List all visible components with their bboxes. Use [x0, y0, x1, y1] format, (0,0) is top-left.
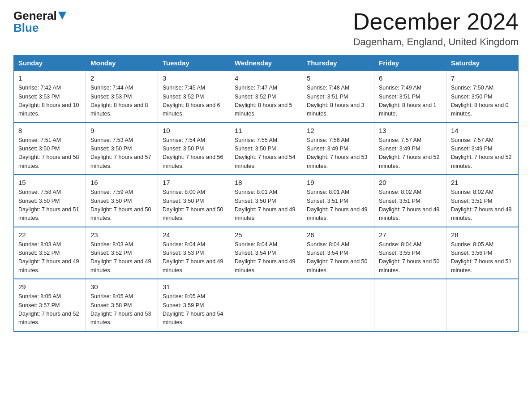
day-info: Sunrise: 8:02 AMSunset: 3:51 PMDaylight:…: [451, 189, 512, 221]
day-number: 5: [307, 74, 369, 82]
page-header: General Blue December 2024 Dagenham, Eng…: [13, 9, 519, 48]
day-info: Sunrise: 8:04 AMSunset: 3:54 PMDaylight:…: [307, 241, 368, 274]
day-info: Sunrise: 8:03 AMSunset: 3:52 PMDaylight:…: [18, 241, 79, 274]
day-info: Sunrise: 7:58 AMSunset: 3:50 PMDaylight:…: [18, 189, 79, 221]
calendar-cell: 16 Sunrise: 7:59 AMSunset: 3:50 PMDaylig…: [86, 175, 158, 227]
day-number: 25: [235, 231, 297, 239]
week-row-2: 8 Sunrise: 7:51 AMSunset: 3:50 PMDayligh…: [14, 123, 519, 175]
day-info: Sunrise: 8:04 AMSunset: 3:54 PMDaylight:…: [235, 241, 296, 274]
day-number: 31: [163, 283, 225, 291]
svg-marker-0: [58, 12, 66, 20]
day-info: Sunrise: 7:51 AMSunset: 3:50 PMDaylight:…: [18, 137, 79, 169]
calendar-cell: 10 Sunrise: 7:54 AMSunset: 3:50 PMDaylig…: [158, 123, 230, 175]
calendar-cell: 13 Sunrise: 7:57 AMSunset: 3:49 PMDaylig…: [374, 123, 446, 175]
week-row-4: 22 Sunrise: 8:03 AMSunset: 3:52 PMDaylig…: [14, 227, 519, 279]
calendar-cell: 3 Sunrise: 7:45 AMSunset: 3:52 PMDayligh…: [158, 71, 230, 123]
calendar-cell: 24 Sunrise: 8:04 AMSunset: 3:53 PMDaylig…: [158, 227, 230, 279]
header-monday: Monday: [86, 56, 158, 71]
location: Dagenham, England, United Kingdom: [353, 36, 519, 48]
day-number: 12: [307, 127, 369, 134]
day-number: 16: [90, 179, 153, 186]
title-block: December 2024 Dagenham, England, United …: [353, 9, 519, 48]
calendar-cell: [302, 279, 374, 331]
day-number: 15: [18, 179, 81, 186]
calendar-body: 1 Sunrise: 7:42 AMSunset: 3:53 PMDayligh…: [14, 71, 519, 331]
day-number: 17: [163, 179, 225, 186]
logo-blue: Blue: [13, 21, 39, 35]
day-info: Sunrise: 8:02 AMSunset: 3:51 PMDaylight:…: [379, 189, 440, 221]
day-number: 27: [379, 231, 442, 239]
day-number: 29: [18, 283, 81, 291]
calendar-cell: 25 Sunrise: 8:04 AMSunset: 3:54 PMDaylig…: [230, 227, 302, 279]
calendar-cell: 28 Sunrise: 8:05 AMSunset: 3:56 PMDaylig…: [446, 227, 519, 279]
day-info: Sunrise: 7:53 AMSunset: 3:50 PMDaylight:…: [90, 137, 151, 169]
calendar-cell: 30 Sunrise: 8:05 AMSunset: 3:58 PMDaylig…: [86, 279, 158, 331]
calendar-cell: 12 Sunrise: 7:56 AMSunset: 3:49 PMDaylig…: [302, 123, 374, 175]
calendar-cell: 18 Sunrise: 8:01 AMSunset: 3:50 PMDaylig…: [230, 175, 302, 227]
day-info: Sunrise: 8:04 AMSunset: 3:53 PMDaylight:…: [163, 241, 223, 274]
day-info: Sunrise: 7:57 AMSunset: 3:49 PMDaylight:…: [451, 137, 512, 169]
month-title: December 2024: [353, 9, 519, 34]
calendar-cell: 19 Sunrise: 8:01 AMSunset: 3:51 PMDaylig…: [302, 175, 374, 227]
day-number: 3: [163, 74, 225, 82]
day-info: Sunrise: 7:45 AMSunset: 3:52 PMDaylight:…: [163, 85, 220, 117]
calendar-cell: 20 Sunrise: 8:02 AMSunset: 3:51 PMDaylig…: [374, 175, 446, 227]
day-info: Sunrise: 7:59 AMSunset: 3:50 PMDaylight:…: [90, 189, 151, 221]
header-friday: Friday: [374, 56, 446, 71]
day-info: Sunrise: 7:49 AMSunset: 3:51 PMDaylight:…: [379, 85, 437, 117]
header-wednesday: Wednesday: [230, 56, 302, 71]
calendar-cell: 6 Sunrise: 7:49 AMSunset: 3:51 PMDayligh…: [374, 71, 446, 123]
calendar-cell: [374, 279, 446, 331]
logo: General Blue: [13, 9, 66, 35]
calendar-cell: 27 Sunrise: 8:04 AMSunset: 3:55 PMDaylig…: [374, 227, 446, 279]
day-number: 14: [451, 127, 514, 134]
week-row-3: 15 Sunrise: 7:58 AMSunset: 3:50 PMDaylig…: [14, 175, 519, 227]
day-info: Sunrise: 7:44 AMSunset: 3:53 PMDaylight:…: [90, 85, 148, 117]
day-info: Sunrise: 8:03 AMSunset: 3:52 PMDaylight:…: [90, 241, 151, 274]
calendar-cell: [446, 279, 519, 331]
calendar-cell: 29 Sunrise: 8:05 AMSunset: 3:57 PMDaylig…: [14, 279, 86, 331]
day-number: 18: [235, 179, 297, 186]
header-tuesday: Tuesday: [158, 56, 230, 71]
day-number: 26: [307, 231, 369, 239]
calendar-cell: [230, 279, 302, 331]
calendar-cell: 14 Sunrise: 7:57 AMSunset: 3:49 PMDaylig…: [446, 123, 519, 175]
calendar-cell: 5 Sunrise: 7:48 AMSunset: 3:51 PMDayligh…: [302, 71, 374, 123]
day-number: 13: [379, 127, 442, 134]
calendar-cell: 1 Sunrise: 7:42 AMSunset: 3:53 PMDayligh…: [14, 71, 86, 123]
calendar-cell: 15 Sunrise: 7:58 AMSunset: 3:50 PMDaylig…: [14, 175, 86, 227]
day-number: 9: [90, 127, 153, 134]
day-number: 28: [451, 231, 514, 239]
day-number: 8: [18, 127, 81, 134]
calendar-table: SundayMondayTuesdayWednesdayThursdayFrid…: [13, 55, 519, 332]
day-number: 10: [163, 127, 225, 134]
day-info: Sunrise: 7:54 AMSunset: 3:50 PMDaylight:…: [163, 137, 223, 169]
day-number: 11: [235, 127, 297, 134]
day-number: 21: [451, 179, 514, 186]
week-row-5: 29 Sunrise: 8:05 AMSunset: 3:57 PMDaylig…: [14, 279, 519, 331]
calendar-header-row: SundayMondayTuesdayWednesdayThursdayFrid…: [14, 56, 519, 71]
day-info: Sunrise: 8:04 AMSunset: 3:55 PMDaylight:…: [379, 241, 440, 274]
header-sunday: Sunday: [14, 56, 86, 71]
header-saturday: Saturday: [446, 56, 519, 71]
day-info: Sunrise: 8:01 AMSunset: 3:51 PMDaylight:…: [307, 189, 368, 221]
day-number: 30: [90, 283, 153, 291]
week-row-1: 1 Sunrise: 7:42 AMSunset: 3:53 PMDayligh…: [14, 71, 519, 123]
day-info: Sunrise: 8:05 AMSunset: 3:58 PMDaylight:…: [90, 293, 151, 325]
day-info: Sunrise: 7:57 AMSunset: 3:49 PMDaylight:…: [379, 137, 440, 169]
calendar-cell: 11 Sunrise: 7:55 AMSunset: 3:50 PMDaylig…: [230, 123, 302, 175]
day-number: 19: [307, 179, 369, 186]
day-info: Sunrise: 7:50 AMSunset: 3:50 PMDaylight:…: [451, 85, 509, 117]
calendar-cell: 23 Sunrise: 8:03 AMSunset: 3:52 PMDaylig…: [86, 227, 158, 279]
calendar-cell: 4 Sunrise: 7:47 AMSunset: 3:52 PMDayligh…: [230, 71, 302, 123]
day-number: 24: [163, 231, 225, 239]
day-info: Sunrise: 7:47 AMSunset: 3:52 PMDaylight:…: [235, 85, 292, 117]
calendar-cell: 9 Sunrise: 7:53 AMSunset: 3:50 PMDayligh…: [86, 123, 158, 175]
day-number: 2: [90, 74, 153, 82]
calendar-cell: 22 Sunrise: 8:03 AMSunset: 3:52 PMDaylig…: [14, 227, 86, 279]
day-number: 4: [235, 74, 297, 82]
day-number: 7: [451, 74, 514, 82]
calendar-cell: 17 Sunrise: 8:00 AMSunset: 3:50 PMDaylig…: [158, 175, 230, 227]
day-number: 20: [379, 179, 442, 186]
calendar-cell: 7 Sunrise: 7:50 AMSunset: 3:50 PMDayligh…: [446, 71, 519, 123]
